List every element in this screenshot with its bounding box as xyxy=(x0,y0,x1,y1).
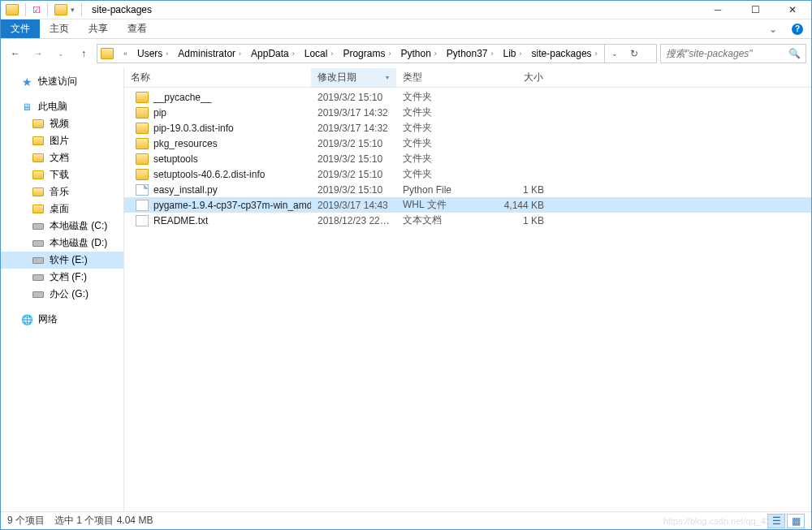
address-dropdown-icon[interactable]: ⌄ xyxy=(605,45,624,62)
sidebar-drive-f[interactable]: 文档 (F:) xyxy=(1,269,123,286)
folder-icon xyxy=(136,123,149,134)
crumb-python[interactable]: Python› xyxy=(397,45,443,62)
file-row[interactable]: easy_install.py2019/3/2 15:10Python File… xyxy=(124,182,811,197)
up-button[interactable]: ↑ xyxy=(74,44,93,63)
sidebar-downloads[interactable]: 下载 xyxy=(1,166,123,183)
file-date: 2019/3/17 14:32 xyxy=(311,123,396,134)
file-icon xyxy=(136,200,149,211)
file-name: setuptools xyxy=(153,153,198,165)
file-name: pip-19.0.3.dist-info xyxy=(153,123,234,134)
ribbon: 文件 主页 共享 查看 ⌄ ? xyxy=(1,19,811,39)
sidebar-documents[interactable]: 文档 xyxy=(1,149,123,166)
file-date: 2019/3/2 15:10 xyxy=(311,138,396,149)
pyfile-icon xyxy=(136,184,149,196)
column-type[interactable]: 类型 xyxy=(396,68,486,87)
sidebar-drive-g[interactable]: 办公 (G:) xyxy=(1,286,123,303)
tab-share[interactable]: 共享 xyxy=(79,19,118,38)
tab-view[interactable]: 查看 xyxy=(118,19,157,38)
view-details-button[interactable]: ☰ xyxy=(767,514,785,528)
folder-icon xyxy=(136,138,149,149)
sidebar-quick-access[interactable]: ★快速访问 xyxy=(1,73,123,90)
column-size[interactable]: 大小 xyxy=(486,68,551,87)
file-pane: 名称 修改日期▾ 类型 大小 __pycache__2019/3/2 15:10… xyxy=(124,68,811,512)
sidebar-music[interactable]: 音乐 xyxy=(1,183,123,200)
file-type: 文件夹 xyxy=(396,136,486,150)
titlebar: ☑ ▾ site-packages ─ ☐ ✕ xyxy=(1,1,811,19)
file-name: README.txt xyxy=(153,215,208,226)
search-input[interactable] xyxy=(666,48,788,59)
file-row[interactable]: pip2019/3/17 14:32文件夹 xyxy=(124,105,811,120)
folder-icon xyxy=(136,169,149,180)
tab-home[interactable]: 主页 xyxy=(40,19,79,38)
forward-button[interactable]: → xyxy=(28,44,48,63)
file-type: 文件夹 xyxy=(396,152,486,166)
txt-icon xyxy=(136,215,149,226)
status-item-count: 9 个项目 xyxy=(7,514,45,528)
file-row[interactable]: README.txt2018/12/23 22:16文本文档1 KB xyxy=(124,213,811,228)
window-title: site-packages xyxy=(92,4,152,15)
file-name: pip xyxy=(153,107,166,118)
file-date: 2019/3/2 15:10 xyxy=(311,184,396,196)
folder-icon xyxy=(136,107,149,118)
sidebar-this-pc[interactable]: 🖥此电脑 xyxy=(1,98,123,115)
column-name[interactable]: 名称 xyxy=(124,68,311,87)
file-type: 文件夹 xyxy=(396,106,486,119)
sidebar-videos[interactable]: 视频 xyxy=(1,115,123,132)
crumb-local[interactable]: Local› xyxy=(301,45,340,62)
folder-icon xyxy=(136,92,149,103)
ribbon-expand-icon[interactable]: ⌄ xyxy=(762,19,784,38)
file-type: 文本文档 xyxy=(396,213,486,227)
crumb-sitepackages[interactable]: site-packages› xyxy=(529,45,604,62)
file-name: setuptools-40.6.2.dist-info xyxy=(153,169,265,180)
file-row[interactable]: __pycache__2019/3/2 15:10文件夹 xyxy=(124,89,811,105)
search-box[interactable]: 🔍 xyxy=(660,44,806,63)
minimize-button[interactable]: ─ xyxy=(699,1,736,19)
file-size: 1 KB xyxy=(486,215,551,226)
sidebar-drive-c[interactable]: 本地磁盘 (C:) xyxy=(1,218,123,235)
sidebar-drive-e[interactable]: 软件 (E:) xyxy=(1,252,123,269)
tab-file[interactable]: 文件 xyxy=(1,19,40,38)
search-icon[interactable]: 🔍 xyxy=(788,48,801,59)
file-date: 2019/3/2 15:10 xyxy=(311,153,396,165)
sidebar-pictures[interactable]: 图片 xyxy=(1,132,123,149)
file-row[interactable]: pygame-1.9.4-cp37-cp37m-win_amd...2019/3… xyxy=(124,197,811,213)
file-date: 2019/3/17 14:32 xyxy=(311,107,396,118)
file-row[interactable]: setuptools2019/3/2 15:10文件夹 xyxy=(124,151,811,166)
help-button[interactable]: ? xyxy=(784,19,811,38)
column-headers: 名称 修改日期▾ 类型 大小 xyxy=(124,68,811,88)
file-type: WHL 文件 xyxy=(396,198,486,212)
back-button[interactable]: ← xyxy=(6,44,25,63)
view-icons-button[interactable]: ▦ xyxy=(787,514,805,528)
address-folder-icon xyxy=(101,48,114,59)
qat-checkbox-icon[interactable]: ☑ xyxy=(32,5,41,15)
file-type: 文件夹 xyxy=(396,167,486,181)
close-button[interactable]: ✕ xyxy=(774,1,811,19)
column-date[interactable]: 修改日期▾ xyxy=(311,68,396,87)
file-row[interactable]: pip-19.0.3.dist-info2019/3/17 14:32文件夹 xyxy=(124,120,811,136)
crumb-programs[interactable]: Programs› xyxy=(339,45,397,62)
file-size: 4,144 KB xyxy=(486,200,551,211)
address-bar[interactable]: « Users› Administrator› AppData› Local› … xyxy=(97,44,657,63)
file-type: 文件夹 xyxy=(396,121,486,135)
file-list[interactable]: __pycache__2019/3/2 15:10文件夹pip2019/3/17… xyxy=(124,88,811,512)
recent-dropdown[interactable]: ⌄ xyxy=(51,44,71,63)
maximize-button[interactable]: ☐ xyxy=(736,1,774,19)
crumb-lib[interactable]: Lib› xyxy=(500,45,529,62)
sidebar-drive-d[interactable]: 本地磁盘 (D:) xyxy=(1,235,123,252)
status-selection: 选中 1 个项目 4.04 MB xyxy=(54,514,153,528)
folder-icon[interactable] xyxy=(54,4,67,15)
sidebar-network[interactable]: 🌐网络 xyxy=(1,311,123,328)
app-icon[interactable] xyxy=(6,4,19,15)
file-date: 2019/3/2 15:10 xyxy=(311,169,396,180)
sidebar-desktop[interactable]: 桌面 xyxy=(1,200,123,218)
crumb-python37[interactable]: Python37› xyxy=(443,45,500,62)
crumb-administrator[interactable]: Administrator› xyxy=(175,45,248,62)
navbar: ← → ⌄ ↑ « Users› Administrator› AppData›… xyxy=(1,39,811,68)
file-date: 2019/3/2 15:10 xyxy=(311,92,396,103)
crumb-users[interactable]: Users› xyxy=(134,45,175,62)
file-row[interactable]: setuptools-40.6.2.dist-info2019/3/2 15:1… xyxy=(124,166,811,182)
file-row[interactable]: pkg_resources2019/3/2 15:10文件夹 xyxy=(124,136,811,151)
refresh-button[interactable]: ↻ xyxy=(624,45,644,62)
file-name: easy_install.py xyxy=(153,184,218,196)
crumb-appdata[interactable]: AppData› xyxy=(248,45,301,62)
